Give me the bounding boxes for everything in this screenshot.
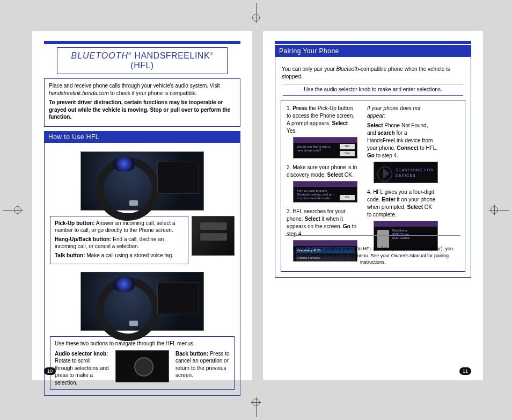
title-bluetooth: BLUETOOTH bbox=[71, 51, 128, 60]
crop-mark-left bbox=[3, 206, 21, 214]
title-handsfreelink: HANDSFREELINK bbox=[131, 51, 210, 60]
audio-selector-note: Use the audio selector knob to make and … bbox=[283, 84, 463, 96]
nav-callout-box: Use these two buttons to navigate throug… bbox=[50, 336, 235, 390]
intro-warning: To prevent driver distraction, certain f… bbox=[49, 99, 236, 121]
pairing-note: NOTE: To pair another phone to HFL (or i… bbox=[286, 243, 460, 268]
button-callouts: Pick-Up button: Answer an incoming call,… bbox=[50, 216, 235, 265]
page-number-right: 11 bbox=[459, 367, 471, 375]
steering-buttons-photo bbox=[192, 216, 235, 256]
crop-mark-top bbox=[252, 3, 260, 21]
top-rule bbox=[44, 41, 240, 44]
page-left: BLUETOOTH® HANDSFREELINK® (HFL) Place an… bbox=[32, 31, 252, 380]
screen-confirm-add: Would you like to add a new phone now? N… bbox=[293, 137, 357, 158]
screen-searching: SEARCHING FOR DEVICES bbox=[374, 162, 438, 183]
center-console-photo bbox=[115, 350, 169, 382]
step-4: 4. HFL gives you a four-digit code. Ente… bbox=[367, 189, 438, 219]
pairing-body: You can only pair your Bluetooth-compati… bbox=[275, 57, 471, 278]
title-hfl: (HFL) bbox=[130, 61, 153, 70]
alt-body: Select Phone Not Found, and search for a… bbox=[367, 122, 438, 160]
intro-p1: Place and receive phone calls through yo… bbox=[49, 82, 236, 97]
dashboard-photo-lower bbox=[81, 272, 204, 331]
page-number-left: 10 bbox=[44, 367, 56, 375]
crop-mark-right bbox=[491, 206, 509, 214]
section-title: BLUETOOTH® HANDSFREELINK® (HFL) bbox=[57, 47, 228, 74]
alt-heading: If your phone does not appear: bbox=[367, 105, 438, 120]
pairing-heading: Pairing Your Phone bbox=[275, 45, 471, 57]
intro-box: Place and receive phone calls through yo… bbox=[44, 78, 240, 127]
back-button-callout: Back button: Press to cancel an operatio… bbox=[175, 350, 230, 379]
screen-discovery: Turn on your phone's Bluetooth setting, … bbox=[293, 181, 357, 202]
crop-mark-bottom bbox=[252, 399, 260, 417]
pairing-steps: 1. Press the Pick-Up button to access th… bbox=[281, 100, 465, 272]
audio-knob-callout: Audio selector knob: Rotate to scroll th… bbox=[55, 350, 109, 387]
pairing-lead: You can only pair your Bluetooth-compati… bbox=[282, 66, 464, 81]
how-to-body: Pick-Up button: Answer an incoming call,… bbox=[44, 143, 240, 396]
dashboard-photo-upper bbox=[81, 151, 204, 211]
top-rule-right bbox=[275, 41, 471, 44]
how-to-heading: How to Use HFL bbox=[44, 131, 240, 143]
nav-intro: Use these two buttons to navigate throug… bbox=[55, 340, 230, 347]
page-right: Pairing Your Phone You can only pair you… bbox=[263, 31, 483, 380]
button-callout-box: Pick-Up button: Answer an incoming call,… bbox=[50, 216, 188, 265]
step-2: 2. Make sure your phone is in discovery … bbox=[287, 164, 357, 202]
step-1: 1. Press the Pick-Up button to access th… bbox=[287, 105, 357, 158]
